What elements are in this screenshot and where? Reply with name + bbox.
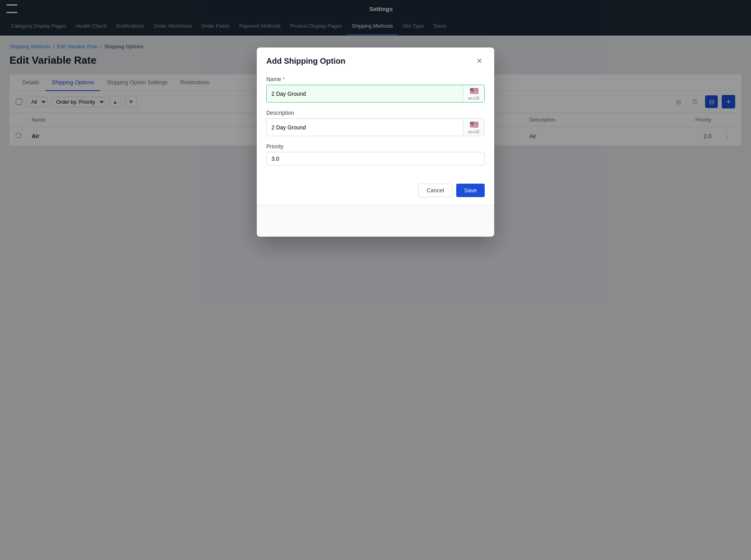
priority-input[interactable] xyxy=(266,152,485,165)
name-locale-label: en-US xyxy=(468,96,479,101)
name-required-star: * xyxy=(283,76,284,82)
description-flag-icon: 🇺🇸 xyxy=(470,120,478,129)
description-input[interactable] xyxy=(267,119,463,136)
modal-close-button[interactable]: ✕ xyxy=(474,55,485,66)
name-input[interactable] xyxy=(267,85,463,102)
cancel-button[interactable]: Cancel xyxy=(418,184,452,197)
modal-overlay[interactable]: Add Shipping Option ✕ Name * 🇺🇸 en-US xyxy=(0,0,751,558)
name-label: Name * xyxy=(266,76,485,82)
priority-label: Priority xyxy=(266,143,485,150)
modal-footer-area xyxy=(257,205,494,237)
modal-actions: Cancel Save xyxy=(257,180,494,205)
name-flag-icon: 🇺🇸 xyxy=(470,87,478,95)
name-locale-button[interactable]: 🇺🇸 en-US xyxy=(463,85,484,102)
description-form-group: Description 🇺🇸 en-US xyxy=(266,110,485,136)
name-input-wrapper: 🇺🇸 en-US xyxy=(266,85,485,103)
description-locale-button[interactable]: 🇺🇸 en-US xyxy=(463,119,484,136)
description-label: Description xyxy=(266,110,485,116)
modal-header: Add Shipping Option ✕ xyxy=(257,47,494,73)
description-input-wrapper: 🇺🇸 en-US xyxy=(266,118,485,136)
add-shipping-option-modal: Add Shipping Option ✕ Name * 🇺🇸 en-US xyxy=(257,47,494,237)
save-button[interactable]: Save xyxy=(456,184,485,197)
name-form-group: Name * 🇺🇸 en-US xyxy=(266,76,485,103)
description-locale-label: en-US xyxy=(468,130,479,134)
modal-body: Name * 🇺🇸 en-US Description 🇺� xyxy=(257,73,494,180)
priority-form-group: Priority xyxy=(266,143,485,165)
modal-title: Add Shipping Option xyxy=(266,57,345,66)
